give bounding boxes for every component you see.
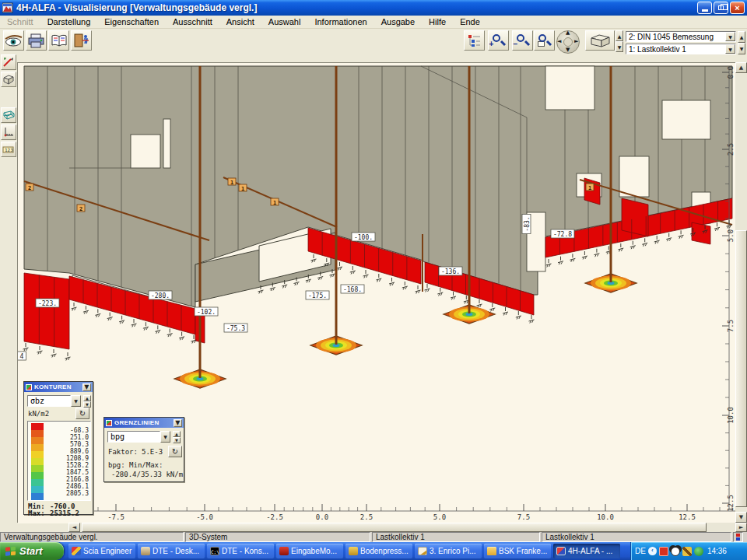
lastkollektiv-dropdown-icon[interactable]: ▼ xyxy=(725,44,735,54)
mesh-tool-button[interactable] xyxy=(1,107,16,123)
scroll-up-icon[interactable]: ▲ xyxy=(735,62,747,73)
close-button[interactable]: × xyxy=(730,2,745,14)
view-up-button[interactable]: ▲ xyxy=(615,30,623,41)
h-axis-label: -2.5 xyxy=(266,513,283,521)
report-button[interactable] xyxy=(48,30,69,51)
taskbar-item-bodenpress[interactable]: Bodenpress... xyxy=(345,544,412,558)
view-3d-button[interactable] xyxy=(585,30,615,51)
view-3d-tool-button[interactable] xyxy=(1,72,16,87)
scroll-right-icon[interactable]: ► xyxy=(735,523,747,532)
menu-item-ausgabe[interactable]: Ausgabe xyxy=(374,16,422,27)
horizontal-scroll-thumb[interactable] xyxy=(82,523,707,532)
menu-bar: SchnittDarstellungEigenschaftenAusschnit… xyxy=(0,16,747,29)
taskbar-item-bsk-franke[interactable]: BSK Franke... xyxy=(484,544,551,558)
taskbar-item-dte-desk[interactable]: DTE - Desk... xyxy=(138,544,205,558)
scale-value-7: 2166.8 xyxy=(45,476,89,483)
zoom-in-button[interactable]: + xyxy=(488,30,509,51)
vertical-scrollbar[interactable]: ▲ ▼ xyxy=(735,62,747,523)
lastfall-up-button[interactable]: ▲ xyxy=(738,31,745,43)
task-label: 3. Enrico Pi... xyxy=(430,547,475,555)
konturen-spin-down[interactable]: ▼ xyxy=(83,401,91,408)
task-label: 4H-ALFA - ... xyxy=(568,547,612,555)
v-axis-label: 5.0 xyxy=(727,229,735,242)
taskbar-item-4h-alfa[interactable]: 4H-ALFA - ... xyxy=(553,544,620,558)
eingabe-icon xyxy=(279,547,289,555)
status-red-icon xyxy=(736,534,740,537)
tree-list-icon xyxy=(468,33,482,47)
menu-item-ende[interactable]: Ende xyxy=(453,16,487,27)
menu-item-darstellung[interactable]: Darstellung xyxy=(40,16,98,27)
pan-center-button[interactable] xyxy=(563,37,573,47)
grenzlinien-spin-up[interactable]: ▲ xyxy=(173,431,181,437)
menu-item-hilfe[interactable]: Hilfe xyxy=(422,16,453,27)
dimension-label: -75.3 xyxy=(224,324,247,332)
scroll-left-icon[interactable]: ◄ xyxy=(68,523,80,532)
pan-down-icon: ▼ xyxy=(566,47,570,53)
konturen-apply-button[interactable]: ↻ xyxy=(75,408,89,419)
konturen-title-bar[interactable]: KONTUREN ▼ xyxy=(24,382,93,392)
windows-taskbar: Start Scia EngineerDTE - Desk...C:\DTE -… xyxy=(0,542,747,560)
bemessung-dropdown-icon[interactable]: ▼ xyxy=(725,32,735,41)
scale-swatch-3 xyxy=(31,444,44,451)
vertical-scroll-thumb[interactable] xyxy=(735,230,747,507)
taskbar-item-dte-kons[interactable]: C:\DTE - Kons... xyxy=(207,544,274,558)
title-bar[interactable]: 4H-ALFA - Visualisierung [Verwalt­ungsge… xyxy=(0,0,747,16)
konturen-result-dropdown[interactable]: σbz xyxy=(27,395,71,407)
menu-item-auswahl[interactable]: Auswahl xyxy=(261,16,308,27)
lastkollektiv-combobox[interactable]: 1: Lastkollektiv 1 ▼ xyxy=(626,44,736,54)
scale-value-3: 889.6 xyxy=(45,448,89,455)
grenzlinien-result-dropdown[interactable]: bpg xyxy=(107,431,160,443)
labels-tool-button[interactable]: 123 xyxy=(1,142,16,157)
grenzlinien-spin-down[interactable]: ▼ xyxy=(173,437,181,443)
pan-navigation-pad[interactable]: ▲ ▼ ◄ ► xyxy=(555,31,581,53)
section-tool-button[interactable] xyxy=(1,54,16,70)
tray-update-icon[interactable] xyxy=(694,547,703,556)
konturen-dropdown-icon[interactable]: ▼ xyxy=(71,395,81,407)
printer-icon xyxy=(27,33,45,48)
task-label: DTE - Kons... xyxy=(222,547,268,555)
status-cell-1: 3D-System xyxy=(185,532,370,542)
konturen-panel[interactable]: KONTUREN ▼ σbz ▼ ▲ ▼ kN/m2 ↻ -68.3251.05… xyxy=(23,381,93,515)
view-button[interactable] xyxy=(3,30,24,51)
grenzlinien-close-icon[interactable]: ▼ xyxy=(174,419,182,427)
menu-item-informationen[interactable]: Informationen xyxy=(307,16,374,27)
taskbar-item-eingabemo[interactable]: EingabeMo... xyxy=(276,544,343,558)
tray-chevron-icon[interactable]: ‹ xyxy=(648,547,657,555)
menu-item-schnitt[interactable]: Schnitt xyxy=(0,16,40,27)
print-button[interactable] xyxy=(26,30,47,51)
view-down-button[interactable]: ▼ xyxy=(615,41,623,52)
grenzlinien-apply-button[interactable]: ↻ xyxy=(168,446,182,457)
start-button[interactable]: Start xyxy=(0,542,64,560)
exit-button[interactable] xyxy=(71,30,92,51)
menu-item-eigenschaften[interactable]: Eigenschaften xyxy=(97,16,166,27)
h-axis-label: -5.0 xyxy=(196,513,213,521)
tray-antivirus-icon[interactable] xyxy=(671,547,680,556)
horizontal-scrollbar[interactable]: ◄ ► xyxy=(68,523,747,532)
konturen-max-label: Max: xyxy=(28,509,45,517)
menu-item-ausschnitt[interactable]: Ausschnitt xyxy=(166,16,219,27)
taskbar-item-scia-engineer[interactable]: Scia Engineer xyxy=(68,544,135,558)
scroll-down-icon[interactable]: ▼ xyxy=(735,512,747,523)
zoom-window-button[interactable] xyxy=(534,30,555,51)
bemessung-combobox[interactable]: 2: DIN 1045 Bemessung ▼ xyxy=(626,31,736,42)
grenzlinien-dropdown-icon[interactable]: ▼ xyxy=(160,431,170,443)
konturen-spin-up[interactable]: ▲ xyxy=(83,395,91,401)
taskbar-item-3-enrico-pi[interactable]: 3. Enrico Pi... xyxy=(415,544,482,558)
lastfall-down-button[interactable]: ▼ xyxy=(738,43,745,54)
dimension-label: 4 xyxy=(18,352,26,360)
tree-list-button[interactable] xyxy=(464,30,485,51)
grenzlinien-faktor-value: 5.E-3 xyxy=(142,448,163,456)
console-icon: C:\ xyxy=(210,547,219,555)
zoom-out-button[interactable]: − xyxy=(512,30,533,51)
pan-left-icon: ◄ xyxy=(557,38,561,44)
restore-button[interactable] xyxy=(714,2,728,14)
menu-item-ansicht[interactable]: Ansicht xyxy=(219,16,261,27)
axes-tool-button[interactable] xyxy=(1,124,16,140)
minimize-button[interactable] xyxy=(697,2,712,14)
language-indicator[interactable]: DE xyxy=(635,547,646,555)
grenzlinien-title-bar[interactable]: GRENZLINIEN ▼ xyxy=(104,418,184,428)
grenzlinien-panel[interactable]: GRENZLINIEN ▼ bpg ▼ ▲ ▼ Faktor: 5.E-3 ↻ … xyxy=(103,417,184,482)
konturen-close-icon[interactable]: ▼ xyxy=(82,383,91,391)
tray-app1-icon[interactable] xyxy=(659,547,668,556)
tray-pencil-icon[interactable] xyxy=(682,547,692,556)
